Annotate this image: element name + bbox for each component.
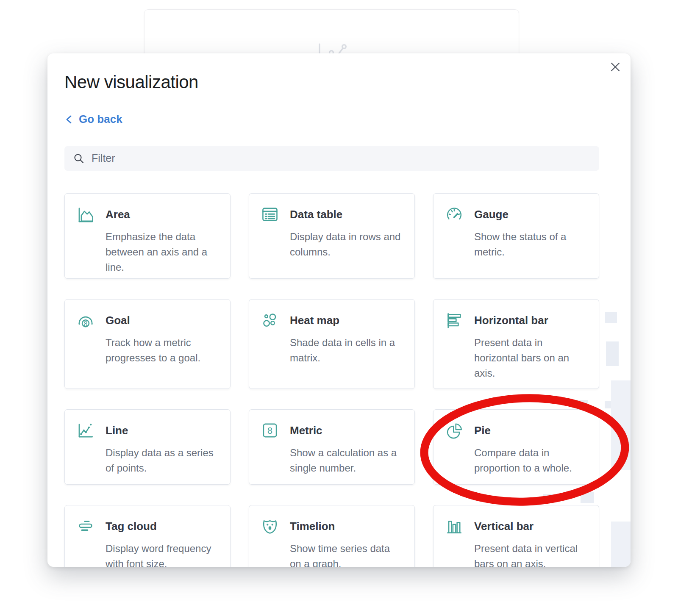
filter-input[interactable] — [64, 146, 599, 171]
card-description: Track how a metric progresses to a goal. — [106, 335, 219, 380]
card-description: Display data in rows and columns. — [290, 229, 403, 270]
search-icon — [73, 153, 85, 164]
area-chart-icon — [76, 205, 95, 224]
visualization-card-vertical-bar[interactable]: Vertical bar Present data in vertical ba… — [433, 505, 599, 567]
card-title: Goal — [106, 314, 219, 327]
visualization-card-gauge[interactable]: Gauge Show the status of a metric. — [433, 193, 599, 279]
line-chart-icon — [76, 421, 95, 440]
filter-search-box — [64, 146, 599, 171]
horizontal-bar-icon — [445, 311, 464, 330]
card-description: Show a calculation as a single number. — [290, 445, 403, 476]
faded-block — [606, 341, 619, 366]
card-title: Data table — [290, 208, 403, 221]
visualization-card-pie[interactable]: Pie Compare data in proportion to a whol… — [433, 409, 599, 485]
modal-title: New visualization — [64, 72, 614, 92]
card-title: Area — [106, 208, 219, 221]
faded-block — [611, 380, 631, 470]
timelion-icon — [260, 516, 280, 536]
card-description: Display data as a series of points. — [106, 445, 219, 476]
visualization-card-data-table[interactable]: Data table Display data in rows and colu… — [249, 193, 415, 279]
card-title: Gauge — [474, 208, 588, 221]
svg-text:8: 8 — [267, 425, 272, 436]
card-description: Display word frequency with font size. — [106, 541, 219, 567]
data-table-icon — [260, 205, 280, 224]
card-title: Vertical bar — [474, 520, 588, 533]
chevron-left-icon — [64, 113, 74, 126]
card-description: Present data in vertical bars on an axis… — [474, 541, 588, 567]
go-back-link[interactable]: Go back — [64, 113, 122, 126]
card-description: Show time series data on a graph. — [290, 541, 403, 567]
card-title: Line — [106, 424, 219, 437]
card-title: Timelion — [290, 520, 403, 533]
card-description: Compare data in proportion to a whole. — [474, 445, 588, 476]
visualization-card-timelion[interactable]: Timelion Show time series data on a grap… — [249, 505, 415, 567]
visualization-card-horizontal-bar[interactable]: Horizontal bar Present data in horizonta… — [433, 299, 599, 389]
visualization-card-area[interactable]: Area Emphasize the data between an axis … — [64, 193, 231, 279]
go-back-label: Go back — [79, 113, 122, 126]
card-title: Horizontal bar — [474, 314, 588, 327]
screen: New visualization Go back Area Emph — [0, 0, 678, 616]
card-title: Tag cloud — [106, 520, 219, 533]
visualization-card-metric[interactable]: 8 Metric Show a calculation as a single … — [249, 409, 415, 485]
goal-icon: 8 — [76, 311, 95, 330]
gauge-icon — [445, 205, 464, 224]
visualization-card-tag-cloud[interactable]: Tag cloud Display word frequency with fo… — [64, 505, 231, 567]
pie-chart-icon — [445, 421, 464, 440]
heat-map-icon — [260, 311, 280, 330]
card-title: Metric — [290, 424, 403, 437]
visualization-card-heat-map[interactable]: Heat map Shade data in cells in a matrix… — [249, 299, 415, 389]
card-title: Heat map — [290, 314, 403, 327]
card-description: Emphasize the data between an axis and a… — [106, 229, 219, 275]
card-description: Present data in horizontal bars on an ax… — [474, 335, 588, 381]
svg-text:8: 8 — [84, 320, 88, 327]
visualization-card-line[interactable]: Line Display data as a series of points. — [64, 409, 231, 485]
new-visualization-modal: New visualization Go back Area Emph — [47, 53, 631, 567]
faded-block — [605, 312, 617, 323]
visualization-card-goal[interactable]: 8 Goal Track how a metric progresses to … — [64, 299, 231, 389]
visualization-type-grid: Area Emphasize the data between an axis … — [64, 193, 599, 567]
close-icon[interactable] — [607, 58, 624, 75]
faded-block — [611, 522, 631, 567]
metric-icon: 8 — [260, 421, 280, 440]
card-description: Shade data in cells in a matrix. — [290, 335, 403, 380]
tag-cloud-icon — [76, 516, 95, 536]
card-description: Show the status of a metric. — [474, 229, 588, 270]
card-title: Pie — [474, 424, 588, 437]
vertical-bar-icon — [445, 516, 464, 536]
